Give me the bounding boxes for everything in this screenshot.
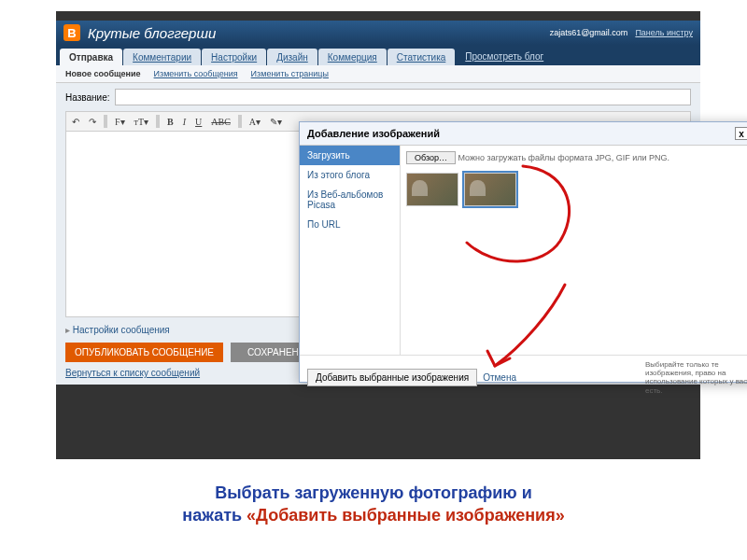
redo-icon[interactable]: ↷ (87, 117, 98, 127)
separator (156, 115, 160, 128)
undo-icon[interactable]: ↶ (70, 117, 81, 127)
tab-settings[interactable]: Настройки (202, 49, 266, 65)
text-color-icon[interactable]: A▾ (247, 117, 262, 127)
modal-footer: Добавить выбранные изображения Отмена Вы… (300, 355, 747, 399)
publish-button[interactable]: ОПУБЛИКОВАТЬ СООБЩЕНИЕ (65, 343, 223, 362)
cancel-button[interactable]: Отмена (483, 372, 516, 383)
tab-posting[interactable]: Отправка (60, 49, 122, 65)
font-size-icon[interactable]: тТ▾ (133, 117, 150, 127)
highlight-icon[interactable]: ✎▾ (268, 117, 284, 127)
browse-button[interactable]: Обзор… (406, 151, 456, 164)
upload-format-hint: Можно загружать файлы формата JPG, GIF и… (458, 153, 669, 162)
modal-main: Обзор… Можно загружать файлы формата JPG… (401, 146, 747, 355)
caption-line1: Выбрать загруженную фотографию и (215, 483, 532, 502)
modal-header: Добавление изображений x (300, 122, 747, 146)
sidebar-item-upload[interactable]: Загрузить (300, 146, 400, 165)
add-selected-button[interactable]: Добавить выбранные изображения (307, 369, 477, 386)
separator (104, 115, 107, 128)
tab-monetize[interactable]: Коммерция (318, 49, 387, 65)
caption-line2b: «Добавить выбранные изображения» (247, 506, 565, 525)
close-icon[interactable]: x (735, 127, 747, 140)
return-to-list-link[interactable]: Вернуться к списку сообщений (65, 368, 200, 378)
blog-title: Крутые блоггерши (88, 25, 216, 41)
screenshot-frame: B Крутые блоггерши zajats61@gmail.com Па… (56, 11, 700, 459)
sub-tabs: Новое сообщение Изменить сообщения Измен… (56, 65, 700, 83)
separator (238, 115, 242, 128)
modal-body: Загрузить Из этого блога Из Веб-альбомов… (300, 146, 747, 355)
subtab-new-post[interactable]: Новое сообщение (65, 69, 141, 78)
subtab-edit-pages[interactable]: Изменить страницы (251, 69, 329, 78)
italic-icon[interactable]: I (181, 117, 188, 127)
user-email: zajats61@gmail.com (550, 28, 628, 37)
thumbnail-2[interactable] (464, 173, 516, 206)
tab-comments[interactable]: Комментарии (123, 49, 201, 65)
slide-caption: Выбрать загруженную фотографию и нажать … (0, 482, 747, 527)
blogger-logo-icon: B (63, 24, 80, 41)
subtab-edit-posts[interactable]: Изменить сообщения (154, 69, 238, 78)
underline-icon[interactable]: U (193, 117, 204, 127)
add-images-modal: Добавление изображений x Загрузить Из эт… (299, 121, 747, 383)
sidebar-item-url[interactable]: По URL (300, 215, 400, 234)
tab-design[interactable]: Дизайн (267, 49, 317, 65)
image-rights-hint: Выбирайте только те изображения, право н… (645, 360, 747, 395)
sidebar-item-picasa[interactable]: Из Веб-альбомов Picasa (300, 185, 400, 215)
thumbnail-1[interactable] (406, 173, 458, 206)
dashboard-link[interactable]: Панель инстру (635, 28, 693, 37)
main-tabs: Отправка Комментарии Настройки Дизайн Ко… (56, 45, 700, 65)
modal-sidebar: Загрузить Из этого блога Из Веб-альбомов… (300, 146, 401, 355)
top-bar-right: zajats61@gmail.com Панель инстру (550, 28, 693, 37)
strike-icon[interactable]: ABC (209, 117, 233, 127)
view-blog-link[interactable]: Просмотреть блог (456, 48, 553, 65)
tab-stats[interactable]: Статистика (388, 49, 456, 65)
sidebar-item-this-blog[interactable]: Из этого блога (300, 165, 400, 185)
title-label: Название: (65, 92, 109, 103)
post-title-input[interactable] (115, 89, 691, 105)
bold-icon[interactable]: B (165, 117, 176, 127)
thumbnails (406, 173, 747, 206)
top-bar: B Крутые блоггерши zajats61@gmail.com Па… (56, 21, 700, 45)
caption-line2a: нажать (182, 506, 247, 525)
modal-title: Добавление изображений (307, 128, 440, 139)
title-row: Название: (65, 89, 691, 105)
font-family-icon[interactable]: F▾ (113, 117, 127, 127)
